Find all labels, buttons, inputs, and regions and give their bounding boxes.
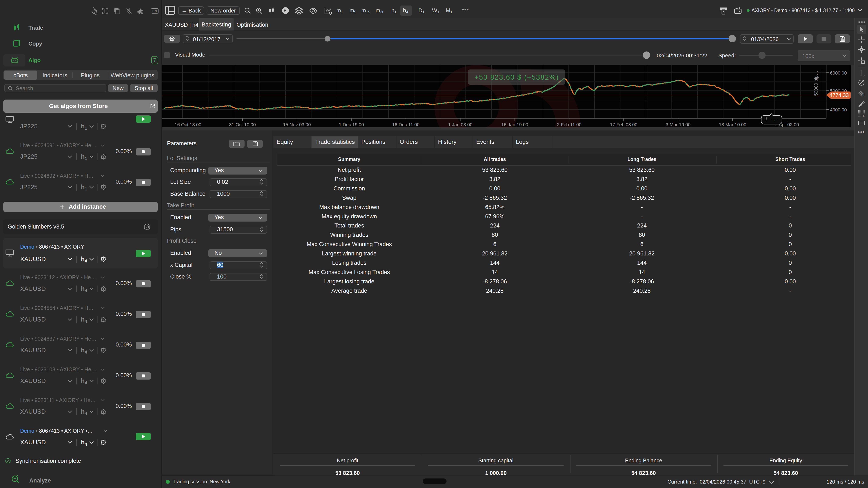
svg-text:4774.33: 4774.33 <box>830 92 849 98</box>
svg-text:E: E <box>863 93 865 97</box>
svg-text:6000.00: 6000.00 <box>830 70 847 76</box>
svg-text:16 Jan 19:00: 16 Jan 19:00 <box>501 122 528 127</box>
svg-text:2 Feb 11:00: 2 Feb 11:00 <box>557 122 582 127</box>
svg-text:17 Feb 03:00: 17 Feb 03:00 <box>610 122 638 127</box>
svg-text:--:--: --:-- <box>771 117 778 122</box>
svg-text:1 Dec 19:00: 1 Dec 19:00 <box>339 122 364 127</box>
svg-text:4000.00: 4000.00 <box>830 107 847 112</box>
svg-text:31 Oct 10:00: 31 Oct 10:00 <box>229 122 256 127</box>
svg-text:16 Dec 11:00: 16 Dec 11:00 <box>392 122 420 127</box>
svg-text:+53 823.60 $ (+5382%): +53 823.60 $ (+5382%) <box>474 73 559 81</box>
svg-text:50000 pip…: 50000 pip… <box>813 71 818 96</box>
svg-text:18 Mar 10:00: 18 Mar 10:00 <box>719 122 746 127</box>
svg-text:15 Nov 03:00: 15 Nov 03:00 <box>283 122 311 127</box>
svg-text:1 Jan 03:00: 1 Jan 03:00 <box>448 122 472 127</box>
svg-text:16 Oct 18:00: 16 Oct 18:00 <box>175 122 201 127</box>
svg-text:3 Mar 19:00: 3 Mar 19:00 <box>665 122 690 127</box>
svg-text:F: F <box>863 114 865 117</box>
